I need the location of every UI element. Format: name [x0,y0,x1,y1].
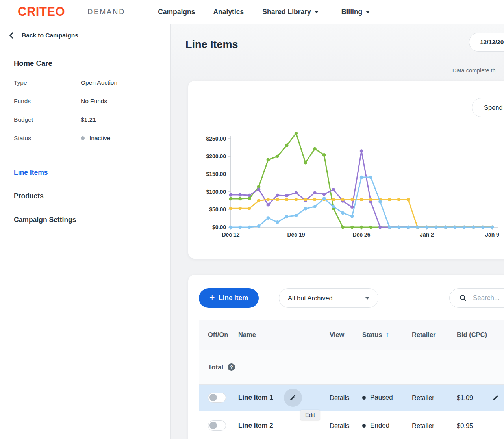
col-header-actions [492,320,504,350]
retailer-cell: Retailer [412,385,457,411]
bid-cell: $0.95 [457,411,492,439]
back-to-campaigns-label: Back to Campaigns [22,32,78,39]
add-line-item-label: Line Item [219,294,248,302]
top-nav: CRITEO DEMAND Campaigns Analytics Shared… [0,0,504,24]
col-header-view: View [325,320,362,350]
status-text: Paused [370,394,393,402]
table-row-line-item-1: Line Item 1 Edit Details Paused Retai [199,385,504,411]
sidebar-item-campaign-settings[interactable]: Campaign Settings [14,216,157,224]
table-toolbar: + Line Item All but Archived [199,288,504,308]
pencil-icon [492,395,499,401]
data-complete-note: Data complete th [452,67,496,74]
details-link[interactable]: Details [330,422,349,430]
sidebar-item-products[interactable]: Products [14,192,157,200]
search-input[interactable] [472,294,504,302]
col-header-offon: Off/On [199,320,238,350]
bid-cell: $1.09 [457,385,492,411]
sidebar-nav: Line Items Products Campaign Settings [0,156,170,237]
col-header-status[interactable]: Status ↑ [362,320,412,350]
toggle-knob [209,422,217,429]
campaign-name: Home Care [14,59,157,68]
svg-text:$50.00: $50.00 [209,206,226,213]
svg-text:$0.00: $0.00 [212,224,226,230]
details-link[interactable]: Details [330,394,349,402]
chevron-down-icon [315,11,319,13]
col-header-retailer: Retailer [412,320,457,350]
status-dot-inactive [81,136,85,140]
campaign-field-funds: Funds No Funds [14,98,157,105]
back-to-campaigns-button[interactable]: Back to Campaigns [0,24,170,47]
line-item-name-link[interactable]: Line Item 2 [238,422,273,430]
svg-text:Jan 2: Jan 2 [420,232,434,238]
col-header-bid[interactable]: Bid (CPC) [457,320,492,350]
spend-line-chart: $0.00$50.00$100.00$150.00$200.00$250.00D… [188,128,503,246]
help-icon[interactable]: ? [228,363,235,371]
search-icon [459,294,467,302]
chevron-down-icon [365,297,369,300]
sort-ascending-icon: ↑ [385,331,389,339]
col-header-name[interactable]: Name [238,320,325,350]
filter-dropdown-value: All but Archived [288,295,333,302]
chevron-down-icon [366,11,370,13]
nav-shared-library-label: Shared Library [262,8,311,16]
svg-text:$200.00: $200.00 [206,153,226,159]
line-items-table: Off/On Name View Status ↑ Retailer Bid (… [199,320,504,439]
total-cell: Total ? [199,350,325,384]
campaign-field-status: Status Inactive [14,135,157,142]
nav-analytics[interactable]: Analytics [213,8,244,16]
nav-shared-library[interactable]: Shared Library [262,8,319,16]
retailer-cell: Retailer [412,411,457,439]
svg-text:$250.00: $250.00 [206,135,226,142]
campaign-field-budget: Budget $1.21 [14,116,157,123]
campaign-summary: Home Care Type Open Auction Funds No Fun… [0,47,170,142]
sidebar-item-line-items[interactable]: Line Items [14,169,157,177]
svg-text:Dec 26: Dec 26 [352,232,370,238]
add-line-item-button[interactable]: + Line Item [199,288,259,308]
nav-campaigns[interactable]: Campaigns [158,8,195,16]
off-on-toggle[interactable] [208,420,226,431]
off-on-toggle[interactable] [208,393,226,403]
toggle-knob [209,394,217,401]
status-value: Inactive [89,135,110,142]
main-content: Line Items 12/12/20 Data complete th Spe… [171,24,504,439]
svg-text:Jan 9: Jan 9 [485,232,499,238]
edit-tooltip: Edit [300,410,320,420]
sidebar: Back to Campaigns Home Care Type Open Au… [0,24,171,439]
plus-icon: + [209,292,215,303]
chart-metric-select[interactable]: Spend [472,98,504,117]
page-title: Line Items [185,39,504,51]
total-row: Total ? [199,350,504,385]
table-row-line-item-2: Line Item 2 Details Ended Retailer $0.95 [199,411,504,439]
search-box[interactable] [449,288,504,308]
app-shell: Back to Campaigns Home Care Type Open Au… [0,24,504,439]
svg-text:Dec 12: Dec 12 [222,232,239,238]
edit-name-button[interactable] [284,389,302,407]
svg-text:$100.00: $100.00 [206,189,226,195]
spend-chart-card: Spend $0.00$50.00$100.00$150.00$200.00$2… [188,81,504,259]
pencil-icon [289,394,296,401]
campaign-field-type: Type Open Auction [14,79,157,86]
product-name: DEMAND [87,8,125,16]
svg-text:$150.00: $150.00 [206,171,226,177]
status-dot [362,424,366,428]
edit-bid-button[interactable] [492,385,504,411]
filter-dropdown[interactable]: All but Archived [279,288,378,308]
nav-billing-label: Billing [341,8,362,16]
chevron-left-icon [9,32,16,39]
status-text: Ended [370,422,389,430]
nav-billing[interactable]: Billing [341,8,370,16]
criteo-logo[interactable]: CRITEO [18,5,65,19]
table-header-row: Off/On Name View Status ↑ Retailer Bid (… [199,320,504,350]
date-range-button[interactable]: 12/12/20 [469,33,504,52]
status-dot [362,396,366,400]
line-items-table-card: + Line Item All but Archived [188,275,504,439]
toolbar-divider [270,287,270,309]
svg-text:Dec 19: Dec 19 [287,232,305,238]
line-item-name-link[interactable]: Line Item 1 [238,394,273,402]
